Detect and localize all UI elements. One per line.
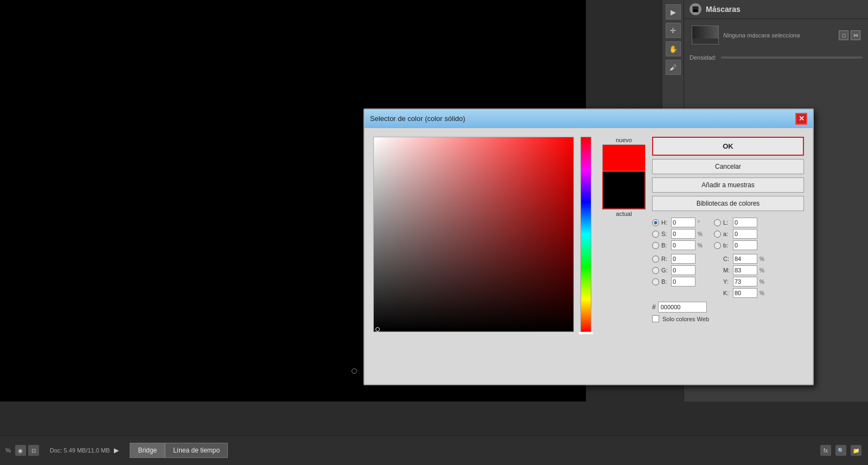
- input-G[interactable]: [671, 265, 695, 275]
- radio-G[interactable]: [652, 267, 659, 274]
- mask-icon-camera[interactable]: ◻: [839, 30, 848, 40]
- input-B2[interactable]: [671, 277, 695, 286]
- mask-thumbnail: [692, 26, 719, 44]
- input-Y[interactable]: [733, 277, 757, 286]
- density-label: Densidad:: [690, 54, 717, 61]
- field-b3: b:: [714, 240, 767, 250]
- brush-tool[interactable]: 🖌: [666, 60, 681, 75]
- tab-timeline[interactable]: Línea de tiempo: [165, 443, 228, 458]
- radio-a[interactable]: [714, 231, 721, 238]
- color-actual-swatch: [602, 171, 646, 209]
- color-fields-section: H: ° S: % B:: [652, 218, 804, 322]
- field-Y: Y: %: [714, 277, 767, 286]
- density-slider[interactable]: [721, 56, 863, 59]
- hue-strip-wrapper[interactable]: [580, 137, 591, 332]
- field-B: B: %: [652, 240, 705, 250]
- field-a: a:: [714, 229, 767, 239]
- radio-R[interactable]: [652, 256, 659, 263]
- ok-button[interactable]: OK: [652, 137, 804, 156]
- input-M[interactable]: [733, 265, 757, 275]
- radio-H[interactable]: [652, 219, 659, 226]
- density-row: Densidad:: [684, 51, 868, 64]
- add-samples-button[interactable]: Añadir a muestras: [652, 177, 804, 193]
- fields-two-col: H: ° S: % B:: [652, 218, 804, 298]
- hex-input[interactable]: [658, 302, 707, 313]
- vertical-toolbar: ▶ ✛ ✋ 🖌: [662, 0, 684, 109]
- input-H[interactable]: [671, 218, 695, 227]
- gradient-cursor: [375, 327, 380, 332]
- input-b3[interactable]: [733, 240, 757, 250]
- play-button[interactable]: ▶: [666, 4, 681, 20]
- svg-rect-1: [693, 10, 698, 12]
- cursor-tool[interactable]: ✛: [666, 23, 681, 38]
- input-B[interactable]: [671, 240, 695, 250]
- bottom-right-icon-3[interactable]: 📁: [851, 445, 861, 456]
- masks-panel-title: Máscaras: [706, 5, 741, 14]
- bottom-icon-1[interactable]: ◉: [15, 445, 26, 456]
- input-a[interactable]: [733, 229, 757, 239]
- dialog-body: nuevo actual OK Cancelar Añadir a muestr…: [365, 128, 813, 384]
- radio-B2[interactable]: [652, 278, 659, 285]
- color-gradient-canvas[interactable]: [373, 137, 574, 332]
- radio-B[interactable]: [652, 242, 659, 249]
- hue-strip[interactable]: [580, 137, 591, 332]
- bottom-icon-2[interactable]: ⊡: [28, 445, 39, 456]
- libraries-button[interactable]: Bibliotecas de colores: [652, 196, 804, 211]
- hash-sign: #: [652, 303, 656, 311]
- field-G: G:: [652, 265, 705, 275]
- nuevo-label: nuevo: [616, 137, 632, 143]
- web-colors-row: Solo colores Web: [652, 315, 804, 322]
- dialog-right-panel: OK Cancelar Añadir a muestras Biblioteca…: [652, 137, 804, 379]
- input-K[interactable]: [733, 288, 757, 298]
- bottom-bar: % ◉ ⊡ Doc: 5.49 MB/11.0 MB ▶ Bridge Líne…: [0, 435, 868, 465]
- input-S[interactable]: [671, 229, 695, 239]
- masks-section: Ninguna máscara selecciona ◻ ⋈: [684, 19, 868, 51]
- hand-tool[interactable]: ✋: [666, 41, 681, 56]
- mask-label-text: Ninguna máscara selecciona: [723, 32, 800, 39]
- color-picker-dialog: Selector de color (color sólido) ✕ nuevo…: [363, 109, 814, 385]
- field-K: K: %: [714, 288, 767, 298]
- field-C: C: %: [714, 254, 767, 264]
- radio-S[interactable]: [652, 231, 659, 238]
- arrow-icon[interactable]: ▶: [114, 447, 119, 454]
- zoom-percent: %: [0, 447, 11, 454]
- left-fields-col: H: ° S: % B:: [652, 218, 705, 298]
- dialog-close-button[interactable]: ✕: [795, 113, 807, 125]
- field-M: M: %: [714, 265, 767, 275]
- radio-b3[interactable]: [714, 242, 721, 249]
- actual-label: actual: [616, 211, 631, 217]
- panel-header: Máscaras: [684, 0, 868, 19]
- input-C[interactable]: [733, 254, 757, 264]
- web-colors-label: Solo colores Web: [662, 316, 709, 322]
- field-B2: B:: [652, 277, 705, 286]
- cancel-button[interactable]: Cancelar: [652, 159, 804, 174]
- mask-action-icons: ◻ ⋈: [839, 30, 860, 40]
- hue-indicator: [579, 332, 593, 334]
- color-gradient-picker[interactable]: [373, 137, 574, 332]
- field-H: H: °: [652, 218, 705, 227]
- field-L: L:: [714, 218, 767, 227]
- bottom-right-icon-2[interactable]: 🔍: [835, 445, 846, 456]
- radio-L[interactable]: [714, 219, 721, 226]
- dialog-titlebar: Selector de color (color sólido) ✕: [365, 110, 813, 128]
- web-colors-checkbox[interactable]: [652, 315, 659, 322]
- field-S: S: %: [652, 229, 705, 239]
- mask-icon-edit[interactable]: ⋈: [851, 30, 860, 40]
- canvas-cursor-indicator: [352, 368, 357, 374]
- tab-bridge[interactable]: Bridge: [130, 443, 165, 458]
- mask-item: Ninguna máscara selecciona ◻ ⋈: [690, 23, 863, 47]
- status-text: Doc: 5.49 MB/11.0 MB: [50, 447, 110, 454]
- bottom-right-icons: fx 🔍 📁: [820, 445, 868, 456]
- bottom-right-icon-1[interactable]: fx: [820, 445, 831, 456]
- input-R[interactable]: [671, 254, 695, 264]
- color-preview-area: nuevo actual: [602, 137, 646, 379]
- color-nuevo-swatch: [602, 144, 646, 171]
- right-fields-col: L: a: b:: [714, 218, 767, 298]
- field-R: R:: [652, 254, 705, 264]
- masks-icon: [690, 3, 701, 15]
- dialog-title: Selector de color (color sólido): [370, 114, 465, 123]
- input-L[interactable]: [733, 218, 757, 227]
- hex-row: #: [652, 302, 804, 313]
